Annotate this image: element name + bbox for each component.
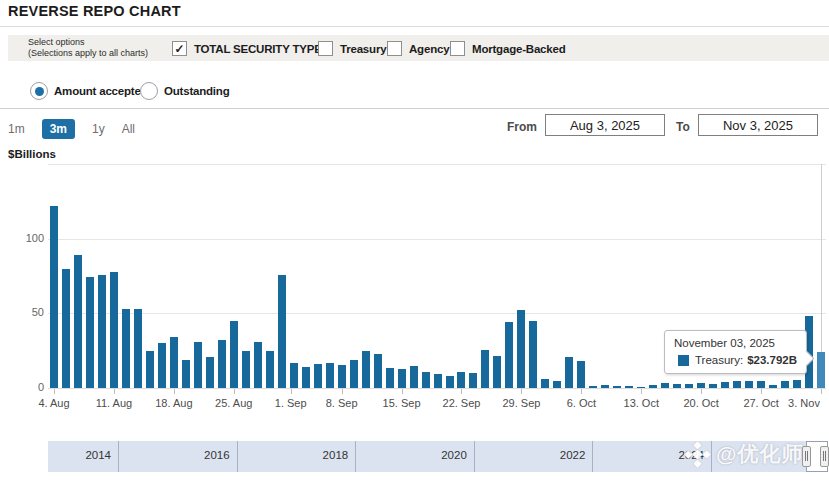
navigator-year-divider [237,441,238,472]
bar[interactable] [98,275,106,388]
bar[interactable] [446,376,454,388]
x-axis-tick [821,389,822,394]
y-gridline [48,239,826,240]
x-axis-tick [234,389,235,394]
bar[interactable] [338,365,346,388]
navigator-year-label: 2014 [85,449,111,461]
bar[interactable] [302,367,310,388]
x-axis-label: 25. Aug [215,397,252,409]
bar[interactable] [457,372,465,388]
x-axis-tick [291,389,292,394]
bar[interactable] [565,357,573,388]
bar[interactable] [350,360,358,388]
navigator-year-divider [474,441,475,472]
y-axis-label: 50 [8,306,44,318]
bar[interactable] [422,372,430,388]
bar[interactable] [625,386,633,388]
bar[interactable] [278,275,286,388]
bar[interactable] [577,361,585,388]
x-axis-label: 20. Oct [683,397,718,409]
bar[interactable] [745,381,753,388]
series-swatch-icon [678,355,689,366]
bar[interactable] [505,322,513,388]
bar[interactable] [817,352,825,388]
x-axis-label: 1. Sep [275,397,307,409]
x-axis-label: 15. Sep [383,397,421,409]
bar[interactable] [254,342,262,388]
bar[interactable] [158,343,166,388]
bar[interactable] [709,384,717,388]
bar[interactable] [62,269,70,388]
watermark-text: @优化师 [716,440,803,468]
bar[interactable] [266,351,274,388]
bar[interactable] [86,277,94,388]
bar[interactable] [314,364,322,388]
navigator-year-label: 2016 [204,449,230,461]
x-axis-label: 4. Aug [38,397,69,409]
bar[interactable] [218,340,226,388]
bar[interactable] [290,363,298,388]
navigator-year-label: 2022 [560,449,586,461]
bar[interactable] [146,351,154,388]
bar[interactable] [601,385,609,388]
bar[interactable] [398,369,406,388]
navigator-year-label: 2020 [441,449,467,461]
bar[interactable] [553,381,561,388]
chart-tooltip: November 03, 2025 Treasury: $23.792B [664,330,807,374]
x-axis-tick [402,389,403,394]
bar[interactable] [793,380,801,388]
bar[interactable] [50,206,58,388]
bar[interactable] [242,351,250,388]
tooltip-value: $23.792B [747,354,797,366]
bar[interactable] [206,357,214,388]
bar[interactable] [733,381,741,388]
bar[interactable] [589,386,597,388]
bar[interactable] [170,337,178,388]
bar[interactable] [122,309,130,388]
bar[interactable] [493,356,501,388]
navigator-right-handle[interactable] [820,446,829,467]
bar[interactable] [481,350,489,388]
bar[interactable] [769,385,777,388]
bar[interactable] [182,360,190,388]
x-axis-label: 13. Oct [624,397,659,409]
diamond-logo-icon [684,441,711,468]
navigator-year-divider [592,441,593,472]
bar[interactable] [194,342,202,388]
bar[interactable] [326,363,334,388]
bar[interactable] [721,382,729,388]
x-axis-label: 29. Sep [502,397,540,409]
bar[interactable] [469,373,477,388]
bar[interactable] [434,374,442,388]
tooltip-series-row: Treasury: $23.792B [674,354,797,366]
y-axis-label: 100 [8,232,44,244]
bar[interactable] [230,321,238,388]
bar[interactable] [517,310,525,388]
bar[interactable] [374,354,382,388]
x-axis-tick [54,389,55,394]
bar[interactable] [386,368,394,388]
bar[interactable] [74,255,82,388]
bar[interactable] [637,387,645,388]
bar[interactable] [781,381,789,388]
x-axis-label: 22. Sep [443,397,481,409]
bar[interactable] [110,272,118,388]
bar[interactable] [134,309,142,388]
x-axis-label: 3. Nov [788,397,820,409]
y-gridline [48,313,826,314]
bar[interactable] [661,383,669,388]
navigator-year-label: 2018 [323,449,349,461]
navigator-year-divider [118,441,119,472]
bar[interactable] [613,386,621,388]
bar[interactable] [410,366,418,388]
bar[interactable] [541,379,549,388]
reverse-repo-chart-page: REVERSE REPO CHART Select options (Selec… [0,0,829,485]
bar[interactable] [757,381,765,388]
bar[interactable] [685,384,693,388]
bar[interactable] [529,321,537,388]
bar[interactable] [673,384,681,388]
bar[interactable] [697,383,705,388]
bar[interactable] [362,351,370,388]
y-gridline [48,388,826,389]
bar[interactable] [649,385,657,388]
